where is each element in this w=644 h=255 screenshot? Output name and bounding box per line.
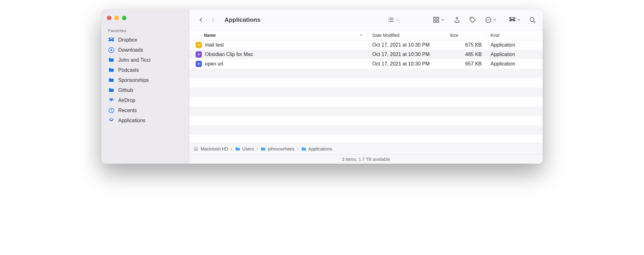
column-header-kind[interactable]: Kind (486, 30, 543, 40)
sidebar-item-label: John and Ticci (118, 57, 150, 63)
disk-icon (193, 146, 199, 152)
share-button[interactable] (453, 16, 460, 23)
applications-icon (108, 117, 114, 124)
file-date: Oct 17, 2021 at 10:30 PM (368, 52, 445, 57)
folder-icon (108, 57, 114, 63)
sidebar-item-sponsorships[interactable]: Sponsorships (101, 75, 189, 85)
empty-row (189, 78, 543, 88)
path-segment-disk[interactable]: Macintosh HD (193, 146, 228, 152)
more-icon (485, 16, 492, 23)
folder-icon (301, 146, 307, 152)
chevron-down-icon (441, 18, 445, 22)
sort-ascending-icon (359, 33, 363, 38)
sidebar-item-github[interactable]: Github (101, 85, 189, 95)
app-icon (196, 51, 202, 58)
tags-button[interactable] (469, 16, 476, 23)
column-headers: Name Date Modified Size Kind (189, 30, 543, 40)
column-label: Date Modified (372, 33, 399, 38)
chevron-right-icon: › (297, 146, 298, 151)
dropbox-icon (108, 37, 114, 43)
toolbar: Applications (189, 9, 543, 30)
column-label: Name (204, 33, 216, 38)
file-list: mail test Oct 17, 2021 at 10:30 PM 675 K… (189, 40, 543, 143)
empty-row (189, 97, 543, 106)
path-label: johnvoorhees (268, 146, 294, 151)
folder-icon (108, 77, 114, 83)
chevron-right-icon: › (256, 146, 258, 151)
file-kind: Application (486, 61, 543, 67)
sidebar-item-airdrop[interactable]: AirDrop (101, 95, 189, 105)
sidebar-item-label: Sponsorships (118, 77, 149, 83)
forward-button[interactable] (208, 15, 218, 25)
folder-icon (108, 87, 114, 94)
sidebar-item-label: Github (118, 88, 133, 93)
back-button[interactable] (196, 15, 206, 25)
sidebar-item-label: Podcasts (118, 67, 139, 73)
file-row[interactable]: open url Oct 17, 2021 at 10:30 PM 657 KB… (189, 59, 543, 69)
dropbox-toolbar-button[interactable] (509, 16, 521, 23)
tag-icon (469, 16, 476, 23)
file-name: mail test (205, 42, 224, 48)
sidebar-section-title: Favorites (101, 26, 189, 35)
folder-icon (260, 146, 266, 152)
dropbox-icon (509, 16, 516, 23)
empty-row (189, 125, 543, 135)
sidebar-item-label: Dropbox (118, 37, 137, 43)
app-icon (196, 42, 202, 48)
view-list-button[interactable] (387, 16, 399, 23)
sidebar-item-label: Recents (118, 108, 137, 113)
share-icon (453, 16, 460, 23)
path-label: Macintosh HD (201, 146, 228, 151)
updown-icon (396, 18, 399, 22)
actions-button[interactable] (485, 16, 497, 23)
file-date: Oct 17, 2021 at 10:30 PM (368, 61, 445, 67)
file-row[interactable]: mail test Oct 17, 2021 at 10:30 PM 675 K… (189, 40, 543, 50)
list-icon (387, 16, 394, 23)
column-label: Kind (491, 33, 499, 38)
chevron-right-icon: › (231, 146, 232, 151)
path-label: Users (242, 146, 254, 151)
file-name: Obsidian Clip for Mac (205, 52, 253, 57)
sidebar-item-label: Downloads (118, 47, 143, 53)
file-size: 485 KB (445, 52, 486, 57)
file-row[interactable]: Obsidian Clip for Mac Oct 17, 2021 at 10… (189, 50, 543, 59)
minimize-window-button[interactable] (114, 16, 119, 20)
sidebar-item-recents[interactable]: Recents (101, 105, 189, 116)
app-icon (196, 61, 202, 67)
sidebar-item-label: Applications (118, 118, 145, 123)
empty-row (189, 88, 543, 97)
empty-row (189, 135, 543, 143)
search-icon (529, 16, 536, 23)
empty-row (189, 69, 543, 78)
column-header-date[interactable]: Date Modified (368, 30, 445, 40)
path-segment-user[interactable]: johnvoorhees (260, 146, 294, 152)
sidebar-item-podcasts[interactable]: Podcasts (101, 65, 189, 75)
empty-row (189, 116, 543, 125)
group-by-button[interactable] (433, 16, 445, 23)
download-icon (108, 47, 114, 53)
airdrop-icon (108, 97, 114, 104)
chevron-down-icon (493, 18, 497, 22)
file-kind: Application (486, 52, 543, 57)
column-header-size[interactable]: Size (445, 30, 486, 40)
path-segment-users[interactable]: Users (235, 146, 254, 152)
fullscreen-window-button[interactable] (122, 16, 126, 20)
column-label: Size (450, 33, 458, 38)
file-size: 657 KB (445, 61, 486, 67)
sidebar: Favorites Dropbox Downloads John and Tic… (101, 9, 189, 164)
path-bar: Macintosh HD › Users › johnvoorhees › Ap… (189, 143, 543, 154)
chevron-down-icon (517, 18, 521, 22)
path-segment-applications[interactable]: Applications (301, 146, 332, 152)
sidebar-item-john-and-ticci[interactable]: John and Ticci (101, 55, 189, 65)
sidebar-item-dropbox[interactable]: Dropbox (101, 35, 189, 45)
close-window-button[interactable] (107, 16, 111, 20)
empty-row (189, 106, 543, 116)
column-header-name[interactable]: Name (189, 30, 368, 40)
finder-window: Favorites Dropbox Downloads John and Tic… (101, 9, 543, 164)
sidebar-item-applications[interactable]: Applications (101, 116, 189, 126)
clock-icon (108, 107, 114, 114)
search-button[interactable] (529, 16, 536, 23)
window-title: Applications (225, 16, 260, 23)
sidebar-item-downloads[interactable]: Downloads (101, 45, 189, 55)
status-text: 3 items, 1.7 TB available (342, 157, 390, 162)
